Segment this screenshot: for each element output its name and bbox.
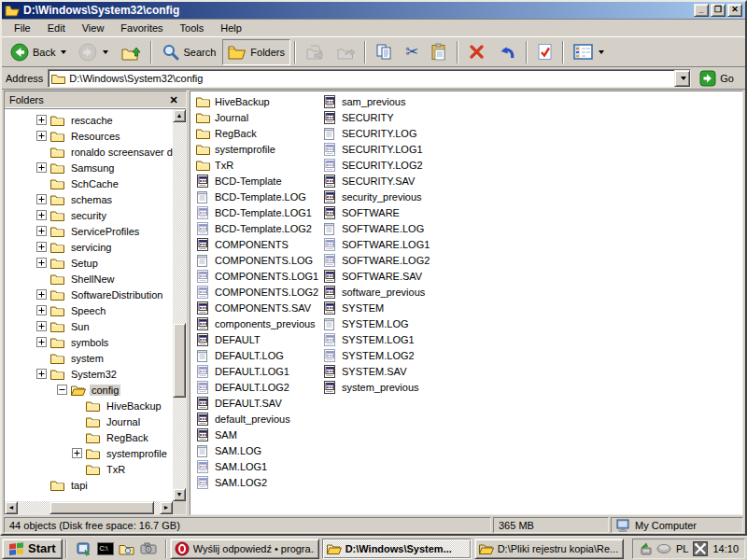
menu-edit[interactable]: Edit <box>39 20 74 36</box>
expand-icon[interactable] <box>36 242 47 252</box>
title-bar[interactable]: D:\Windows\System32\config _ ❐ ✕ <box>2 2 745 19</box>
tree-horizontal-scrollbar[interactable]: ◄ ► <box>5 501 186 514</box>
file-item-security-log1[interactable]: SECURITY.LOG1 <box>323 141 454 157</box>
file-item-default-sav[interactable]: DEFAULT.SAV <box>196 395 321 411</box>
tree-item-resources[interactable]: Resources <box>5 128 173 144</box>
undo-button[interactable] <box>492 39 522 65</box>
expand-icon[interactable] <box>36 162 47 173</box>
back-button[interactable]: Back <box>5 39 72 65</box>
tree-item-servicing[interactable]: servicing <box>5 239 173 255</box>
taskbar-task-1[interactable]: Wyślij odpowiedź • progra... <box>170 539 319 559</box>
file-item-security-sav[interactable]: SECURITY.SAV <box>323 173 454 189</box>
tree-item-hivebackup[interactable]: HiveBackup <box>5 398 173 413</box>
file-item-bcd-template-log1[interactable]: BCD-Template.LOG1 <box>196 204 321 220</box>
tools-icon[interactable] <box>693 541 708 556</box>
camera-icon[interactable] <box>140 540 157 557</box>
file-item-components-log1[interactable]: COMPONENTS.LOG1 <box>196 268 321 284</box>
tree-item-schcache[interactable]: SchCache <box>5 175 173 191</box>
taskbar-task-3[interactable]: D:\Pliki rejestru kopia\Re... <box>474 539 624 559</box>
expand-icon[interactable] <box>36 194 47 204</box>
file-item-journal[interactable]: Journal <box>196 109 321 125</box>
views-button[interactable] <box>568 39 610 65</box>
delete-button[interactable] <box>462 39 491 65</box>
file-item-regback[interactable]: RegBack <box>196 125 321 141</box>
tree-item-schemas[interactable]: schemas <box>5 191 173 207</box>
show-desktop-icon[interactable] <box>76 540 92 557</box>
tree-item-system[interactable]: system <box>5 350 173 366</box>
menu-file[interactable]: File <box>6 20 39 36</box>
start-button[interactable]: Start <box>2 539 63 559</box>
tray-language-indicator[interactable]: PL <box>676 543 688 554</box>
menu-favorites[interactable]: Favorites <box>112 20 171 36</box>
taskbar-task-2[interactable]: D:\Windows\System... <box>322 539 472 559</box>
expand-icon[interactable] <box>72 448 82 458</box>
expand-icon[interactable] <box>36 289 47 300</box>
tree-item-serviceprofiles[interactable]: ServiceProfiles <box>5 223 173 239</box>
tree-item-shellnew[interactable]: ShellNew <box>5 271 173 287</box>
file-item-software-log1[interactable]: SOFTWARE.LOG1 <box>323 236 454 252</box>
file-item-system-log1[interactable]: SYSTEM.LOG1 <box>323 331 454 347</box>
scroll-down-icon[interactable]: ▼ <box>173 488 186 501</box>
file-item-software-previous[interactable]: software_previous <box>323 284 454 300</box>
file-item-components-log[interactable]: COMPONENTS.LOG <box>196 252 321 268</box>
file-item-default-log2[interactable]: DEFAULT.LOG2 <box>196 379 321 395</box>
expand-icon[interactable] <box>36 115 47 125</box>
file-item-security-log[interactable]: SECURITY.LOG <box>323 125 454 141</box>
address-value[interactable]: D:\Windows\System32\config <box>69 73 670 84</box>
tree-item-security[interactable]: security <box>5 207 173 223</box>
file-item-default-log1[interactable]: DEFAULT.LOG1 <box>196 363 321 379</box>
file-item-system[interactable]: SYSTEM <box>323 300 454 315</box>
command-prompt-icon[interactable]: C:\ <box>97 540 114 557</box>
expand-icon[interactable] <box>36 258 47 268</box>
menu-help[interactable]: Help <box>212 20 250 36</box>
file-item-software-sav[interactable]: SOFTWARE.SAV <box>323 268 454 284</box>
menu-view[interactable]: View <box>74 20 113 36</box>
file-item-software[interactable]: SOFTWARE <box>323 204 454 220</box>
expand-icon[interactable] <box>36 305 47 315</box>
tree-hscroll-thumb[interactable] <box>49 501 154 514</box>
scroll-right-icon[interactable]: ► <box>160 501 173 514</box>
file-item-components-sav[interactable]: COMPONENTS.SAV <box>196 300 321 315</box>
back-dropdown-icon[interactable] <box>61 50 66 54</box>
file-item-default-previous[interactable]: default_previous <box>196 411 321 427</box>
file-item-sam-log1[interactable]: SAM.LOG1 <box>196 458 321 474</box>
file-item-security-previous[interactable]: security_previous <box>323 189 454 204</box>
tree-item-setup[interactable]: Setup <box>5 255 173 271</box>
folders-panel-close-icon[interactable]: ✕ <box>166 94 181 106</box>
tree-item-ronaldo-screensaver-di[interactable]: ronaldo screensaver di <box>5 144 173 160</box>
file-item-bcd-template[interactable]: BCD-Template <box>196 173 321 189</box>
expand-icon[interactable] <box>36 369 47 379</box>
file-item-sam-log[interactable]: SAM.LOG <box>196 442 321 458</box>
expand-icon[interactable] <box>36 210 47 220</box>
file-item-software-log[interactable]: SOFTWARE.LOG <box>323 220 454 236</box>
tree-item-softwaredistribution[interactable]: SoftwareDistribution <box>5 287 173 302</box>
tree-vscroll-thumb[interactable] <box>173 323 186 398</box>
tree-item-config[interactable]: config <box>5 382 173 398</box>
tree-item-systemprofile[interactable]: systemprofile <box>5 445 173 461</box>
collapse-icon[interactable] <box>57 385 67 395</box>
safely-remove-icon[interactable] <box>639 542 653 555</box>
folders-button[interactable]: Folders <box>222 39 290 65</box>
file-item-bcd-template-log2[interactable]: BCD-Template.LOG2 <box>196 220 321 236</box>
file-item-software-log2[interactable]: SOFTWARE.LOG2 <box>323 252 454 268</box>
file-item-components-log2[interactable]: COMPONENTS.LOG2 <box>196 284 321 300</box>
expand-icon[interactable] <box>36 321 47 331</box>
tree-hscroll-track[interactable] <box>18 501 160 514</box>
search-button[interactable]: Search <box>156 39 221 65</box>
copy-to-button[interactable] <box>331 39 360 65</box>
address-dropdown-button[interactable] <box>674 70 690 87</box>
file-item-system-previous[interactable]: system_previous <box>323 379 454 395</box>
file-item-bcd-template-log[interactable]: BCD-Template.LOG <box>196 189 321 204</box>
restore-button[interactable]: ❐ <box>711 4 726 17</box>
expand-icon[interactable] <box>36 337 47 347</box>
file-item-system-log2[interactable]: SYSTEM.LOG2 <box>323 347 454 363</box>
file-item-txr[interactable]: TxR <box>196 157 321 173</box>
forward-button[interactable] <box>73 39 114 65</box>
file-item-components-previous[interactable]: components_previous <box>196 315 321 331</box>
tree-item-txr[interactable]: TxR <box>5 461 173 477</box>
cut-button[interactable]: ✂ <box>400 39 424 65</box>
file-item-sam-log2[interactable]: SAM.LOG2 <box>196 474 321 490</box>
tree-item-tapi[interactable]: tapi <box>5 477 173 493</box>
menu-tools[interactable]: Tools <box>172 20 213 36</box>
tree-item-samsung[interactable]: Samsung <box>5 160 173 175</box>
